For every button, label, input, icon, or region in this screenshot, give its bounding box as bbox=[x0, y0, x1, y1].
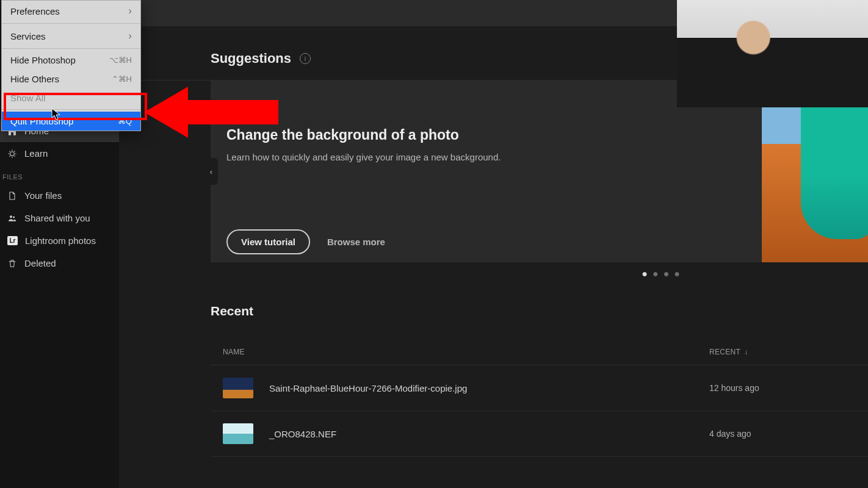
recent-section: Recent NAME RECENT ↓ Saint-Raphael-BlueH… bbox=[119, 279, 868, 457]
menu-services[interactable]: Services bbox=[2, 26, 140, 46]
learn-icon bbox=[7, 149, 17, 159]
webcam-overlay bbox=[677, 0, 868, 107]
svg-point-1 bbox=[10, 215, 12, 218]
people-icon bbox=[7, 214, 17, 223]
nav-your-files[interactable]: Your files bbox=[0, 184, 119, 207]
table-row[interactable]: _ORO8428.NEF 4 days ago bbox=[211, 411, 868, 457]
recent-heading: Recent bbox=[119, 279, 868, 318]
sort-desc-icon: ↓ bbox=[744, 348, 748, 356]
file-thumbnail bbox=[223, 378, 253, 398]
nav-lightroom[interactable]: Lr Lightroom photos bbox=[0, 229, 119, 252]
nav-shared[interactable]: Shared with you bbox=[0, 207, 119, 229]
file-time: 12 hours ago bbox=[709, 383, 856, 393]
file-name: Saint-Raphael-BlueHour-7266-Modifier-cop… bbox=[269, 383, 709, 393]
nav-learn[interactable]: Learn bbox=[0, 142, 119, 165]
card-image bbox=[762, 81, 868, 262]
menu-preferences[interactable]: Preferences bbox=[2, 1, 140, 21]
info-icon[interactable]: i bbox=[300, 53, 311, 64]
menu-quit[interactable]: Quit Photoshop⌘Q bbox=[2, 112, 140, 131]
nav-label: Deleted bbox=[24, 258, 56, 268]
suggestion-paginator[interactable]: ●●●● bbox=[119, 262, 868, 279]
app-menu: Preferences Services Hide Photoshop⌥⌘H H… bbox=[1, 0, 141, 131]
nav-label: Your files bbox=[24, 190, 62, 201]
recent-table: NAME RECENT ↓ Saint-Raphael-BlueHour-726… bbox=[211, 348, 868, 457]
file-thumbnail bbox=[223, 423, 253, 444]
table-row[interactable]: Saint-Raphael-BlueHour-7266-Modifier-cop… bbox=[211, 365, 868, 411]
card-title: Change the background of a photo bbox=[226, 127, 762, 143]
lightroom-icon: Lr bbox=[7, 236, 18, 245]
svg-point-2 bbox=[13, 216, 15, 218]
suggestion-card: ‹ ••• Change the background of a photo L… bbox=[211, 81, 868, 262]
col-recent[interactable]: RECENT ↓ bbox=[709, 348, 856, 356]
suggestions-heading: Suggestions bbox=[211, 51, 291, 66]
file-icon bbox=[7, 191, 17, 201]
browse-more-link[interactable]: Browse more bbox=[327, 237, 385, 247]
file-name: _ORO8428.NEF bbox=[269, 429, 709, 439]
card-desc: Learn how to quickly and easily give you… bbox=[226, 152, 762, 162]
svg-point-0 bbox=[10, 151, 15, 156]
file-time: 4 days ago bbox=[709, 429, 856, 439]
trash-icon bbox=[7, 259, 17, 268]
nav-label: Shared with you bbox=[24, 213, 90, 223]
menu-hide-app[interactable]: Hide Photoshop⌥⌘H bbox=[2, 51, 140, 70]
col-recent-label: RECENT bbox=[709, 348, 740, 356]
view-tutorial-button[interactable]: View tutorial bbox=[226, 229, 310, 254]
menu-hide-others[interactable]: Hide Others⌃⌘H bbox=[2, 70, 140, 88]
menu-show-all: Show All bbox=[2, 88, 140, 107]
files-section-label: FILES bbox=[0, 165, 119, 184]
col-name[interactable]: NAME bbox=[223, 348, 709, 356]
card-prev-button[interactable]: ‹ bbox=[204, 158, 218, 185]
nav-deleted[interactable]: Deleted bbox=[0, 252, 119, 274]
nav-label: Learn bbox=[24, 148, 48, 159]
nav-label: Lightroom photos bbox=[25, 235, 96, 246]
